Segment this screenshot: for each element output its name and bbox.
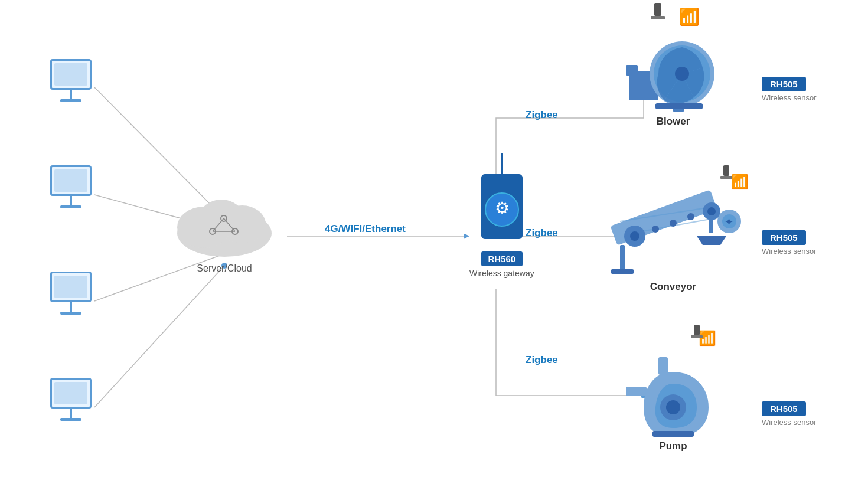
monitor-base-4 — [60, 418, 81, 421]
conveyor-rh505: RH505 Wireless sensor — [762, 230, 816, 256]
conveyor-rh505-sublabel: Wireless sensor — [762, 247, 816, 256]
gateway-badge: RH560 — [481, 251, 523, 266]
svg-rect-30 — [626, 65, 638, 76]
conveyor-sensor — [720, 165, 732, 179]
conveyor-label: Conveyor — [650, 281, 696, 293]
monitor-base-3 — [60, 312, 81, 315]
svg-point-42 — [670, 220, 677, 227]
cloud-icon — [165, 183, 283, 260]
monitor-screen-4 — [50, 378, 92, 409]
monitor-stand-3 — [70, 302, 72, 312]
blower-rh505-sublabel: Wireless sensor — [762, 93, 816, 102]
monitor-screen-3 — [50, 272, 92, 302]
svg-rect-55 — [652, 431, 694, 437]
zigbee-pump-label: Zigbee — [526, 354, 558, 366]
blower-sensor-top — [651, 3, 665, 19]
svg-rect-46 — [709, 218, 713, 233]
pump-rh505-sublabel: Wireless sensor — [762, 418, 816, 427]
monitor-4 — [50, 378, 92, 421]
svg-point-40 — [707, 207, 716, 215]
blower-label: Blower — [657, 116, 690, 128]
svg-point-54 — [666, 400, 680, 414]
conveyor-rh505-badge: RH505 — [762, 230, 806, 245]
svg-text:📶: 📶 — [679, 7, 700, 27]
svg-rect-21 — [501, 153, 503, 177]
svg-rect-52 — [658, 357, 668, 375]
blower-rh505: RH505 Wireless sensor — [762, 77, 816, 102]
svg-text:✦: ✦ — [725, 216, 733, 228]
conveyor-wifi-signal: 📶 — [731, 171, 750, 192]
svg-point-43 — [687, 213, 694, 220]
svg-rect-51 — [626, 387, 647, 396]
svg-point-38 — [630, 231, 639, 241]
monitor-stand-2 — [70, 196, 72, 205]
pump-label: Pump — [659, 440, 687, 452]
svg-point-41 — [652, 226, 659, 233]
svg-text:⚙: ⚙ — [494, 199, 509, 217]
monitor-1 — [50, 59, 92, 102]
monitor-2 — [50, 165, 92, 208]
svg-rect-44 — [620, 245, 625, 272]
monitor-base-2 — [60, 205, 81, 208]
svg-rect-45 — [611, 269, 634, 274]
monitor-screen-2 — [50, 165, 92, 196]
svg-point-29 — [675, 67, 689, 81]
monitor-base-1 — [60, 99, 81, 102]
cloud-label: Server/Cloud — [197, 263, 252, 274]
monitor-stand-1 — [70, 90, 72, 99]
gateway: ⚙ RH560 Wireless gateway — [469, 153, 534, 278]
svg-text:📶: 📶 — [731, 173, 749, 190]
zigbee-blower-label: Zigbee — [526, 109, 558, 121]
monitor-3 — [50, 272, 92, 315]
blower-rh505-badge: RH505 — [762, 77, 806, 91]
zigbee-conveyor-label: Zigbee — [526, 227, 558, 239]
connection-label: 4G/WIFI/Ethernet — [325, 223, 406, 235]
conveyor-icon: ✦ — [602, 189, 744, 277]
gateway-sublabel: Wireless gateway — [469, 269, 534, 278]
pump-icon — [626, 354, 720, 437]
monitor-stand-4 — [70, 409, 72, 418]
pump-rh505: RH505 Wireless sensor — [762, 401, 816, 427]
cloud-server: Server/Cloud — [165, 183, 283, 274]
gateway-icon: ⚙ — [475, 153, 528, 248]
monitor-screen-1 — [50, 59, 92, 90]
blower-icon — [626, 35, 720, 112]
svg-line-3 — [94, 266, 224, 407]
blower-wifi-signal: 📶 — [679, 6, 700, 29]
conveyor-device: 📶 — [602, 189, 744, 293]
blower-device: 📶 Blow — [626, 35, 720, 128]
svg-rect-32 — [655, 103, 703, 109]
pump-device: 📶 Pump — [626, 354, 720, 452]
pump-sensor — [691, 325, 703, 338]
pump-rh505-badge: RH505 — [762, 401, 806, 416]
